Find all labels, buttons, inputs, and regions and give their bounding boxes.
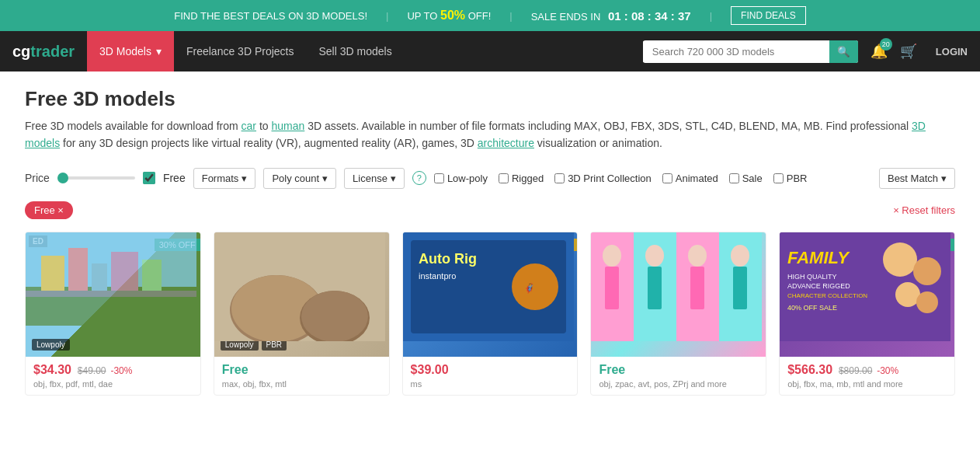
search-button[interactable]: 🔍 bbox=[829, 40, 858, 63]
link-3d-models[interactable]: 3D models bbox=[25, 120, 926, 149]
product-card[interactable]: PREMIUM Auto Rig instantpro 🦸 $39.00 ms bbox=[402, 232, 579, 396]
svg-rect-7 bbox=[26, 291, 196, 297]
svg-point-25 bbox=[645, 245, 664, 267]
product-info: $34.30 $49.00 -30% obj, fbx, pdf, mtl, d… bbox=[26, 357, 200, 395]
svg-point-40 bbox=[916, 291, 938, 313]
product-image: FREE bbox=[591, 232, 766, 357]
sort-dropdown[interactable]: Best Match ▾ bbox=[879, 168, 955, 189]
lowpoly-filter[interactable]: Low-poly bbox=[434, 173, 488, 184]
active-filters-bar: Free × × Reset filters bbox=[25, 201, 955, 219]
svg-rect-4 bbox=[92, 263, 107, 295]
product-card[interactable]: 30% OFF FAMILY HIGH QUALITY ADVANCE RIGG… bbox=[779, 232, 955, 396]
svg-text:40% OFF SALE: 40% OFF SALE bbox=[787, 304, 837, 312]
rigged-filter[interactable]: Rigged bbox=[499, 173, 544, 184]
free-label: Free bbox=[163, 172, 186, 184]
product-image: PREMIUM Auto Rig instantpro 🦸 bbox=[403, 232, 578, 357]
svg-text:HIGH QUALITY: HIGH QUALITY bbox=[787, 273, 837, 281]
product-card[interactable]: ED 30% OFF Lowpoly bbox=[25, 232, 201, 396]
chevron-down-icon: ▾ bbox=[391, 173, 396, 184]
help-icon[interactable]: ? bbox=[412, 171, 426, 185]
search-input[interactable] bbox=[643, 41, 829, 62]
logo[interactable]: cgtrader bbox=[12, 43, 75, 61]
nav-sell[interactable]: Sell 3D models bbox=[306, 45, 404, 58]
banner-sep3: | bbox=[710, 10, 712, 22]
product-info: $39.00 ms bbox=[403, 357, 578, 395]
pbr-filter[interactable]: PBR bbox=[773, 173, 808, 184]
main-content: Free 3D models Free 3D models available … bbox=[0, 72, 980, 411]
chevron-down-icon: ▾ bbox=[242, 173, 247, 184]
svg-point-12 bbox=[301, 291, 368, 341]
original-price: $809.00 bbox=[839, 365, 872, 376]
page-description: Free 3D models available for download fr… bbox=[25, 117, 955, 152]
nav-3d-models[interactable]: 3D Models ▾ bbox=[87, 31, 174, 72]
link-car[interactable]: car bbox=[242, 120, 256, 132]
discount-badge-text: -30% bbox=[877, 365, 898, 376]
banner-timer: SALE ENDS IN 01 : 08 : 34 : 37 bbox=[531, 9, 691, 23]
free-checkbox[interactable] bbox=[143, 172, 155, 184]
find-deals-button[interactable]: FIND DEALS bbox=[731, 6, 806, 25]
banner-sep1: | bbox=[386, 10, 388, 22]
product-formats: ms bbox=[411, 379, 570, 389]
svg-rect-26 bbox=[648, 267, 662, 309]
link-human[interactable]: human bbox=[272, 120, 305, 132]
svg-rect-6 bbox=[142, 260, 162, 295]
product-card[interactable]: Lowpoly PBR Free max, obj, fbx, mtl bbox=[214, 232, 390, 396]
svg-rect-2 bbox=[41, 256, 64, 295]
svg-text:instantpro: instantpro bbox=[419, 271, 456, 281]
product-card[interactable]: FREE F bbox=[590, 232, 766, 396]
product-price: $39.00 bbox=[411, 363, 449, 376]
search-box: 🔍 bbox=[643, 40, 858, 63]
product-image: 30% OFF FAMILY HIGH QUALITY ADVANCE RIGG… bbox=[780, 232, 954, 357]
cart-icon[interactable]: 🛒 bbox=[900, 43, 917, 60]
license-dropdown[interactable]: License ▾ bbox=[344, 168, 405, 189]
filter-checkboxes: Low-poly Rigged 3D Print Collection Anim… bbox=[434, 173, 808, 184]
product-info: $566.30 $809.00 -30% obj, fbx, ma, mb, m… bbox=[780, 357, 954, 395]
login-button[interactable]: LOGIN bbox=[936, 46, 968, 58]
animated-filter[interactable]: Animated bbox=[662, 173, 718, 184]
discount-badge-text: -30% bbox=[110, 365, 132, 376]
product-grid: ED 30% OFF Lowpoly bbox=[25, 232, 955, 396]
svg-rect-28 bbox=[690, 267, 704, 309]
svg-text:Auto Rig: Auto Rig bbox=[419, 251, 477, 267]
search-icon: 🔍 bbox=[837, 46, 850, 58]
product-price: $34.30 bbox=[33, 363, 71, 376]
svg-text:ADVANCE RIGGED: ADVANCE RIGGED bbox=[787, 282, 850, 290]
free-filter-tag[interactable]: Free × bbox=[25, 201, 73, 219]
banner-text2: UP TO 50% OFF! bbox=[407, 9, 491, 23]
formats-dropdown[interactable]: Formats ▾ bbox=[193, 168, 256, 189]
svg-point-23 bbox=[603, 245, 621, 267]
price-slider[interactable] bbox=[57, 176, 135, 180]
svg-rect-30 bbox=[733, 267, 747, 309]
product-formats: obj, fbx, ma, mb, mtl and more bbox=[787, 379, 947, 389]
page-title: Free 3D models bbox=[25, 87, 955, 111]
product-price: $566.30 bbox=[787, 363, 832, 376]
nav-search-area: 🔍 bbox=[643, 40, 858, 63]
filters-bar: Price Free Formats ▾ Poly count ▾ Licens… bbox=[25, 168, 955, 189]
product-price: Free bbox=[599, 363, 625, 376]
reset-filters-link[interactable]: × Reset filters bbox=[893, 204, 955, 216]
svg-text:CHARACTER COLLECTION: CHARACTER COLLECTION bbox=[787, 292, 867, 299]
product-formats: max, obj, fbx, mtl bbox=[222, 379, 381, 389]
poly-count-dropdown[interactable]: Poly count ▾ bbox=[263, 168, 336, 189]
product-image: Lowpoly PBR bbox=[214, 232, 389, 357]
notification-icon[interactable]: 🔔 20 bbox=[871, 43, 888, 60]
product-price: Free bbox=[222, 363, 248, 376]
svg-rect-5 bbox=[111, 252, 138, 295]
sale-filter[interactable]: Sale bbox=[729, 173, 763, 184]
banner-text1: FIND THE BEST DEALS ON 3D MODELS! bbox=[174, 10, 367, 22]
lowpoly-tag: Lowpoly bbox=[32, 339, 70, 351]
chevron-down-icon: ▾ bbox=[156, 45, 162, 58]
top-banner: FIND THE BEST DEALS ON 3D MODELS! | UP T… bbox=[0, 0, 980, 31]
chevron-down-icon: ▾ bbox=[322, 173, 328, 184]
link-architecture[interactable]: architecture bbox=[478, 137, 534, 149]
svg-point-27 bbox=[688, 245, 707, 267]
product-formats: obj, zpac, avt, pos, ZPrj and more bbox=[599, 379, 758, 389]
product-image: ED 30% OFF Lowpoly bbox=[26, 232, 200, 357]
nav-freelance[interactable]: Freelance 3D Projects bbox=[174, 45, 307, 58]
print-collection-filter[interactable]: 3D Print Collection bbox=[554, 173, 652, 184]
svg-point-29 bbox=[731, 245, 749, 267]
svg-point-37 bbox=[883, 242, 917, 277]
product-info: Free max, obj, fbx, mtl bbox=[214, 357, 389, 395]
svg-point-17 bbox=[512, 263, 558, 310]
main-nav: cgtrader 3D Models ▾ Freelance 3D Projec… bbox=[0, 31, 980, 72]
